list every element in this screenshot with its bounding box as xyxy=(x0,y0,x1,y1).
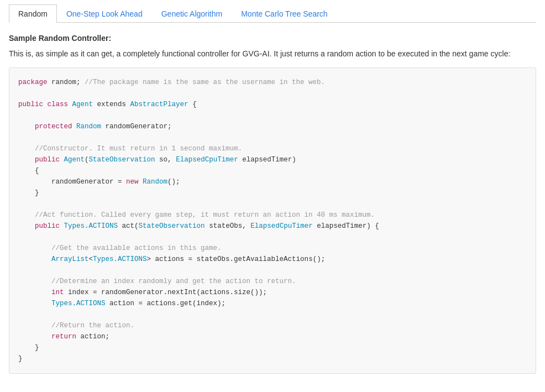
tab-genetic-algorithm[interactable]: Genetic Algorithm xyxy=(152,4,232,23)
content-area: Sample Random Controller: This is, as si… xyxy=(9,34,536,374)
code-block: package random; //The package name is th… xyxy=(9,67,536,374)
tab-random[interactable]: Random xyxy=(9,4,57,23)
tab-mcts[interactable]: Monte Carlo Tree Search xyxy=(232,4,337,23)
tabs-container: Random One-Step Look Ahead Genetic Algor… xyxy=(9,4,536,23)
tab-one-step[interactable]: One-Step Look Ahead xyxy=(57,4,152,23)
section-description: This is, as simple as it can get, a comp… xyxy=(9,48,536,60)
section-title: Sample Random Controller: xyxy=(9,34,536,43)
